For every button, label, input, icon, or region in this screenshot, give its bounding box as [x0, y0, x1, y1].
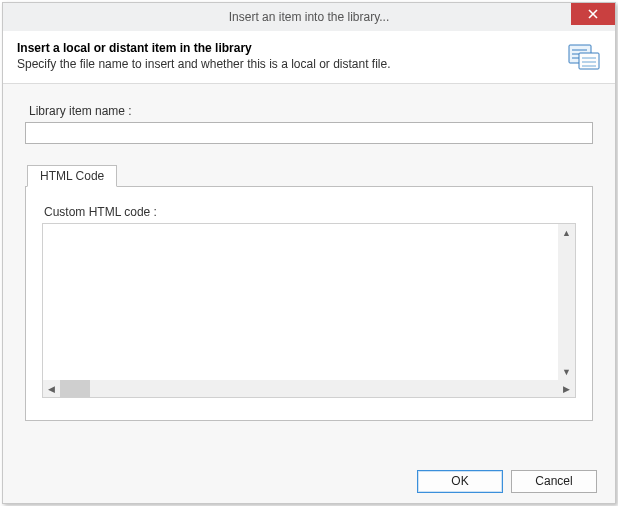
scroll-up-icon[interactable]: ▲	[558, 224, 575, 241]
horizontal-scroll-thumb[interactable]	[60, 380, 90, 397]
window-title: Insert an item into the library...	[229, 10, 390, 24]
header-text-block: Insert a local or distant item in the li…	[17, 41, 559, 71]
custom-html-label: Custom HTML code :	[44, 205, 576, 219]
header-panel: Insert a local or distant item in the li…	[3, 31, 615, 84]
svg-rect-6	[579, 53, 599, 69]
close-icon	[588, 9, 598, 19]
dialog-window: Insert an item into the library... Inser…	[2, 2, 616, 504]
header-title: Insert a local or distant item in the li…	[17, 41, 559, 55]
editor-viewport: ▲ ▼	[43, 224, 575, 380]
horizontal-scrollbar[interactable]: ◀ ▶	[43, 380, 575, 397]
vertical-scrollbar[interactable]: ▲ ▼	[558, 224, 575, 380]
tab-header: HTML Code	[25, 165, 593, 187]
ok-button[interactable]: OK	[417, 470, 503, 493]
tab-body: Custom HTML code : ▲ ▼ ◀ ▶	[25, 186, 593, 421]
close-button[interactable]	[571, 3, 615, 25]
library-item-label: Library item name :	[29, 104, 593, 118]
titlebar: Insert an item into the library...	[3, 3, 615, 31]
library-icon	[567, 41, 601, 71]
dialog-footer: OK Cancel	[3, 459, 615, 503]
editor-wrap: ▲ ▼ ◀ ▶	[42, 223, 576, 398]
scroll-right-icon[interactable]: ▶	[558, 380, 575, 397]
header-subtitle: Specify the file name to insert and whet…	[17, 57, 559, 71]
cancel-button[interactable]: Cancel	[511, 470, 597, 493]
library-item-input[interactable]	[25, 122, 593, 144]
tab-html-code[interactable]: HTML Code	[27, 165, 117, 187]
custom-html-textarea[interactable]	[43, 224, 557, 380]
scroll-left-icon[interactable]: ◀	[43, 380, 60, 397]
content-area: Library item name : HTML Code Custom HTM…	[3, 84, 615, 459]
tab-area: HTML Code Custom HTML code : ▲ ▼ ◀	[25, 164, 593, 421]
scroll-down-icon[interactable]: ▼	[558, 363, 575, 380]
